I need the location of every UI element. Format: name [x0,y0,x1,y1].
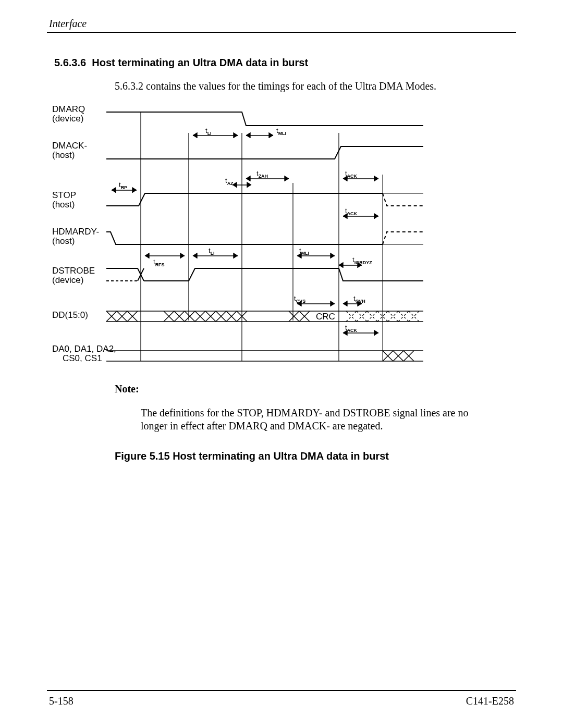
svg-text:tRFS: tRFS [153,258,165,267]
figure-caption: Figure 5.15 Host terminating an Ultra DM… [115,450,516,462]
note-label: Note: [115,383,516,395]
header-rule [47,32,516,33]
section-lead: 5.6.3.2 contains the values for the timi… [115,80,516,92]
svg-text:tRP: tRP [119,181,127,190]
crc-label: CRC [316,312,335,322]
svg-text:tCVH: tCVH [353,294,365,304]
svg-text:tZAH: tZAH [256,169,268,179]
svg-text:tLI: tLI [209,246,215,256]
doc-number: C141-E258 [466,695,514,707]
signal-dacs: DA0, DA1, DA2,CS0, CS1 [52,344,116,362]
svg-text:tACK: tACK [345,169,358,179]
note-body: The definitions for the STOP, HDMARDY- a… [141,406,474,433]
signal-dstrobe: DSTROBE(device) [52,266,95,285]
page-number: 5-158 [49,695,74,707]
svg-text:tMLI: tMLI [299,246,309,256]
svg-text:tIORDYZ: tIORDYZ [352,256,372,265]
svg-text:tMLI: tMLI [276,127,286,136]
page-footer: 5-158 C141-E258 [47,690,516,707]
signal-dmack: DMACK-(host) [52,141,87,160]
signal-dmarq: DMARQ(device) [52,104,85,124]
signal-hdmardy: HDMARDY-(host) [52,227,99,246]
running-header: Interface [47,18,516,32]
timing-diagram: DMARQ(device) DMACK-(host) STOP(host) HD… [49,102,423,364]
section-heading: 5.6.3.6 Host terminating an Ultra DMA da… [54,57,516,69]
svg-text:tACK: tACK [345,324,358,333]
signal-dd: DD(15:0) [52,310,88,320]
footer-rule [47,690,516,691]
svg-text:tLI: tLI [205,127,212,136]
svg-text:tCVS: tCVS [294,294,305,304]
page: Interface 5.6.3.6 Host terminating an Ul… [0,0,563,728]
svg-text:tAZ: tAZ [225,177,234,186]
section-title: Host terminating an Ultra DMA data in bu… [92,57,308,68]
signal-stop: STOP(host) [52,190,76,209]
svg-text:tACK: tACK [345,207,358,216]
section-number: 5.6.3.6 [54,57,86,68]
